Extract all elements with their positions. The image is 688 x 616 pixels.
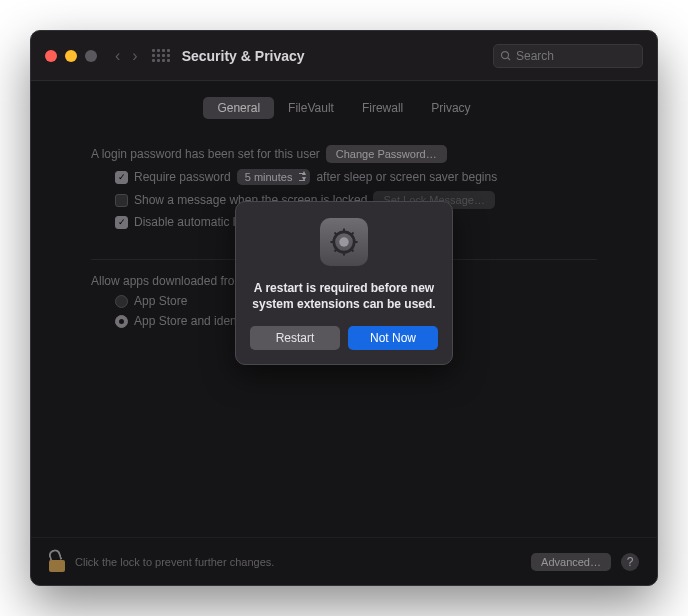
dialog-buttons: Restart Not Now [250, 326, 438, 350]
back-button[interactable]: ‹ [111, 45, 124, 67]
close-window-button[interactable] [45, 50, 57, 62]
zoom-window-button[interactable] [85, 50, 97, 62]
svg-line-7 [334, 232, 337, 235]
titlebar: ‹ › Security & Privacy [31, 31, 657, 81]
svg-line-8 [351, 249, 354, 252]
system-preferences-window: ‹ › Security & Privacy General FileVault… [30, 30, 658, 586]
window-controls [45, 50, 97, 62]
not-now-button[interactable]: Not Now [348, 326, 438, 350]
svg-point-11 [339, 237, 349, 247]
forward-button[interactable]: › [128, 45, 141, 67]
minimize-window-button[interactable] [65, 50, 77, 62]
nav-arrows: ‹ › [111, 45, 142, 67]
search-field[interactable] [493, 44, 643, 68]
svg-line-10 [334, 249, 337, 252]
restart-required-dialog: A restart is required before new system … [235, 201, 453, 365]
system-preferences-icon [320, 218, 368, 266]
search-icon [500, 50, 512, 62]
svg-point-0 [502, 51, 509, 58]
dialog-message: A restart is required before new system … [250, 280, 438, 312]
restart-button[interactable]: Restart [250, 326, 340, 350]
svg-line-1 [508, 57, 511, 60]
show-all-prefs-button[interactable] [152, 49, 170, 62]
svg-line-9 [351, 232, 354, 235]
window-title: Security & Privacy [182, 48, 493, 64]
search-input[interactable] [516, 49, 636, 63]
